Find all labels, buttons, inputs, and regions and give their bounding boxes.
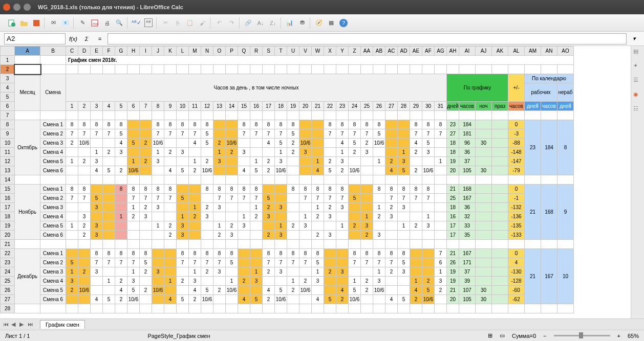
sheet-tab[interactable]: График смен <box>40 320 85 329</box>
chart-icon[interactable]: 📊 <box>284 17 295 29</box>
sort-asc-icon[interactable]: A↓ <box>255 17 266 29</box>
function-wizard-icon[interactable]: f(x) <box>68 33 79 44</box>
formula-input[interactable] <box>108 33 627 44</box>
titlebar: WG_2018-1.xls (только для чтения) - Libr… <box>0 0 644 14</box>
autospell-icon[interactable]: ᴬᴮ <box>143 17 154 29</box>
gallery-icon[interactable]: ☰ <box>633 77 642 86</box>
export-icon[interactable]: ✉ <box>48 17 59 29</box>
insert-mode-icon[interactable]: ⊞ <box>488 332 492 339</box>
zoom-value: 65% <box>628 333 639 339</box>
zoom-slider[interactable] <box>554 335 610 336</box>
navigator-icon[interactable]: 🧭 <box>313 17 325 29</box>
print-icon[interactable]: 🖨 <box>101 17 113 29</box>
cut-icon[interactable]: ✂ <box>160 17 171 29</box>
filter-icon[interactable]: ⛃ <box>296 17 308 29</box>
zoom-out-icon[interactable]: − <box>543 333 546 339</box>
spellcheck-icon[interactable]: ᴬᴮ✓ <box>131 17 142 29</box>
tab-prev-icon[interactable]: ◀ <box>11 321 18 328</box>
zoom-in-icon[interactable]: + <box>617 333 620 339</box>
formula-bar: f(x) Σ = ▾ <box>0 32 644 46</box>
link-icon[interactable]: 🔗 <box>243 17 254 29</box>
window-title: WG_2018-1.xls (только для чтения) - Libr… <box>38 4 183 10</box>
mail-icon[interactable]: 📧 <box>60 17 71 29</box>
svg-text:?: ? <box>342 20 345 26</box>
copy-icon[interactable]: ⎘ <box>172 17 183 29</box>
navigator-icon[interactable]: ◉ <box>633 91 642 100</box>
tab-last-icon[interactable]: ⏭ <box>28 321 35 328</box>
styles-icon[interactable]: ✦ <box>633 62 642 72</box>
spreadsheet-grid[interactable]: ABCDEFGHIJKLMNOPQRSTUVWXYZAAABACADAEAFAG… <box>0 46 631 319</box>
svg-rect-2 <box>33 20 39 26</box>
svg-text:PDF: PDF <box>93 22 99 26</box>
page-style: PageStyle_График смен <box>147 333 210 339</box>
preview-icon[interactable]: 🔍 <box>114 17 125 29</box>
dropdown-icon[interactable]: ▾ <box>629 33 640 44</box>
close-icon[interactable] <box>3 4 10 11</box>
open-icon[interactable] <box>18 17 30 29</box>
status-bar: Лист 1 / 1 PageStyle_График смен ⊞ ▭ Сум… <box>0 330 644 341</box>
edit-icon[interactable]: ✎ <box>77 17 88 29</box>
new-icon[interactable] <box>6 17 17 29</box>
sum-icon[interactable]: Σ <box>81 33 92 44</box>
undo-icon[interactable]: ↶ <box>213 17 225 29</box>
help-icon[interactable]: ? <box>338 17 349 29</box>
paste-icon[interactable]: 📋 <box>184 17 196 29</box>
main-toolbar: ✉ 📧 ✎ PDF 🖨 🔍 ᴬᴮ✓ ᴬᴮ ✂ ⎘ 📋 🖌 ↶ ↷ 🔗 A↓ Z↓ <box>0 14 644 32</box>
sheet-position: Лист 1 / 1 <box>5 333 30 339</box>
brush-icon[interactable]: 🖌 <box>197 17 208 29</box>
sort-desc-icon[interactable]: Z↓ <box>267 17 278 29</box>
sum-display: Сумма=0 <box>512 333 536 339</box>
functions-icon[interactable]: ☷ <box>633 105 642 115</box>
minimize-icon[interactable] <box>13 4 20 11</box>
tab-next-icon[interactable]: ▶ <box>19 321 27 328</box>
name-box[interactable] <box>4 33 66 44</box>
redo-icon[interactable]: ↷ <box>226 17 237 29</box>
gallery-icon[interactable]: ▦ <box>326 17 337 29</box>
pdf-icon[interactable]: PDF <box>89 17 100 29</box>
sidebar-panel: ▤ ✦ ☰ ◉ ☷ <box>631 46 644 319</box>
maximize-icon[interactable] <box>24 4 31 11</box>
sheet-tabs: ⏮ ◀ ▶ ⏭ График смен <box>0 319 644 330</box>
tab-first-icon[interactable]: ⏮ <box>3 321 10 328</box>
equals-icon[interactable]: = <box>94 33 105 44</box>
properties-icon[interactable]: ▤ <box>633 48 642 57</box>
svg-point-1 <box>11 22 15 27</box>
selection-mode-icon[interactable]: ▭ <box>500 332 505 339</box>
save-icon[interactable] <box>31 17 42 29</box>
